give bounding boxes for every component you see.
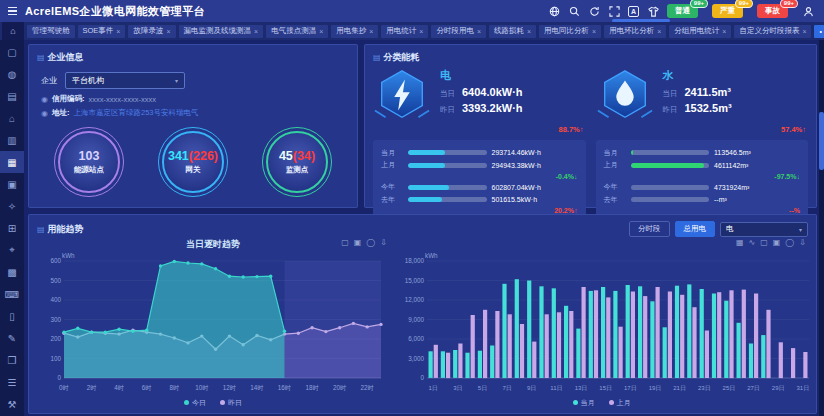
sidebar-item-folder[interactable]: ▤ (0, 85, 24, 107)
legend-current-month[interactable]: 当月 (573, 398, 595, 408)
tab-mom-analysis[interactable]: 用电环比分析× (604, 25, 666, 38)
close-icon[interactable]: × (116, 28, 120, 35)
sidebar-item-video[interactable]: ▣ (0, 173, 24, 195)
electricity-today-value: 6404.0kW·h (462, 86, 523, 98)
sidebar-item-monitor[interactable]: ▢ (0, 41, 24, 63)
sidebar-item-report[interactable]: ☰ (0, 371, 24, 393)
restore-icon[interactable]: ▣ (773, 238, 781, 247)
gauge-value: 45 (279, 149, 293, 163)
sidebar-item-signal[interactable]: ⌖ (0, 239, 24, 261)
close-icon[interactable]: × (254, 28, 258, 35)
tab-leakage-monitoring[interactable]: 漏电监测及线缆测温× (179, 25, 264, 38)
alarm-badge-normal[interactable]: 普通 99+ (667, 4, 698, 18)
svg-text:11日: 11日 (550, 385, 562, 392)
credit-code-icon: ◉ (41, 95, 48, 104)
close-icon[interactable]: × (369, 28, 373, 35)
hamburger-menu-icon[interactable] (8, 7, 17, 16)
panel-title-icon: ▤ (37, 53, 45, 62)
zoom-box-icon[interactable]: ▢ (341, 238, 349, 247)
energy-type-select[interactable]: 电 ▾ (720, 222, 808, 237)
interval-button[interactable]: 分时段 (629, 221, 670, 237)
tab-power-statistics[interactable]: 用电统计× (381, 25, 428, 38)
down-arrow-icon: ↓ (574, 173, 578, 180)
close-icon[interactable]: × (319, 28, 323, 35)
tab-time-of-use[interactable]: 分时段用电× (431, 25, 486, 38)
bar-chart-icon: ▥ (7, 135, 16, 146)
electricity-hex-icon (373, 67, 431, 127)
tab-custom-report[interactable]: 自定义分时段报表× (734, 25, 811, 38)
tab-yoy-analysis[interactable]: 用电同比分析× (539, 25, 601, 38)
user-icon[interactable] (802, 5, 814, 17)
font-size-icon[interactable]: A (628, 6, 639, 17)
tab-group-statistics[interactable]: 分组用电统计× (669, 25, 731, 38)
tab-contact-temperature[interactable]: 电气接点测温× (266, 25, 328, 38)
home-icon[interactable]: ⌂ (2, 22, 24, 40)
bar-chart-toggle-icon[interactable]: ▦ (736, 238, 744, 247)
close-icon[interactable]: × (657, 28, 661, 35)
legend-today[interactable]: 今日 (184, 398, 206, 408)
sidebar-item-edit[interactable]: ✎ (0, 327, 24, 349)
close-icon[interactable]: × (592, 28, 596, 35)
sidebar-item-grid[interactable]: ⊞ (0, 217, 24, 239)
svg-text:15,000: 15,000 (405, 277, 425, 284)
tools-icon: ⚒ (8, 399, 17, 410)
header-scrollbar-thumb[interactable] (612, 19, 670, 22)
legend-last-month[interactable]: 上月 (609, 398, 631, 408)
sidebar-item-qrcode[interactable]: ▩ (0, 261, 24, 283)
gauge-value: 103 (79, 149, 100, 163)
close-icon[interactable]: × (527, 28, 531, 35)
line-chart-toggle-icon[interactable]: ∿ (749, 238, 756, 247)
signal-tower-icon: ⌖ (9, 244, 15, 256)
sidebar-item-keyboard[interactable]: ⌨ (0, 283, 24, 305)
close-icon[interactable]: × (802, 28, 806, 35)
sidebar-item-device[interactable]: ▯ (0, 305, 24, 327)
theme-skin-icon[interactable] (647, 5, 659, 17)
sidebar-item-organization[interactable]: ⌂ (0, 107, 24, 129)
tab-soe-events[interactable]: SOE事件× (78, 25, 126, 38)
sidebar-item-chart[interactable]: ▥ (0, 129, 24, 151)
fullscreen-icon[interactable] (608, 5, 620, 17)
zoom-box-icon[interactable]: ▢ (760, 238, 768, 247)
alarm-badge-serious[interactable]: 严重 99+ (712, 4, 743, 18)
svg-text:5日: 5日 (478, 385, 487, 392)
sidebar-item-copy[interactable]: ❐ (0, 349, 24, 371)
svg-text:9,000: 9,000 (408, 316, 424, 323)
vertical-scrollbar (819, 40, 824, 416)
download-icon[interactable]: ⇩ (799, 238, 806, 247)
tab-management-cockpit[interactable]: 管理驾驶舱 (27, 25, 75, 38)
close-icon[interactable]: × (166, 28, 170, 35)
total-power-button[interactable]: 总用电 (675, 221, 716, 237)
sidebar-item-tools[interactable]: ⚒ (0, 393, 24, 415)
top-header: AcrelEMS企业微电网能效管理平台 A 普通 99+ 严重 99+ 事故 9… (0, 0, 824, 22)
water-year-percent: --% (604, 207, 801, 214)
address-label: 地址: (52, 108, 70, 118)
svg-text:18,000: 18,000 (405, 257, 425, 264)
refresh-icon[interactable] (588, 5, 600, 17)
tab-meter-reading[interactable]: 用电集抄× (331, 25, 378, 38)
svg-text:31日: 31日 (796, 385, 809, 392)
tab-line-loss[interactable]: 线路损耗× (489, 25, 536, 38)
refresh-icon[interactable]: ◯ (785, 238, 794, 247)
close-icon[interactable]: × (722, 28, 726, 35)
svg-text:21日: 21日 (673, 385, 686, 392)
sidebar-item-dashboard[interactable]: ▦ (0, 151, 24, 173)
close-icon[interactable]: × (477, 28, 481, 35)
company-select[interactable]: 平台机构 ▾ (65, 72, 185, 89)
legend-yesterday[interactable]: 昨日 (220, 398, 242, 408)
bulb-icon: ✧ (8, 201, 16, 212)
refresh-icon[interactable]: ◯ (366, 238, 375, 247)
svg-text:4时: 4时 (114, 384, 124, 391)
vertical-scrollbar-thumb[interactable] (819, 112, 824, 170)
alarm-badge-accident[interactable]: 事故 99+ (757, 4, 788, 18)
sidebar-item-network[interactable]: ◍ (0, 63, 24, 85)
download-icon[interactable]: ⇩ (380, 238, 387, 247)
tab-fault-recording[interactable]: 故障录波× (128, 25, 175, 38)
close-icon[interactable]: × (419, 28, 423, 35)
restore-icon[interactable]: ▣ (354, 238, 362, 247)
svg-text:600: 600 (50, 257, 61, 264)
globe-icon[interactable] (548, 5, 560, 17)
tab-energy-dashboard[interactable]: •能耗综合看板× (814, 25, 824, 38)
svg-text:3日: 3日 (453, 385, 462, 392)
search-icon[interactable] (568, 5, 580, 17)
sidebar-item-bulb[interactable]: ✧ (0, 195, 24, 217)
